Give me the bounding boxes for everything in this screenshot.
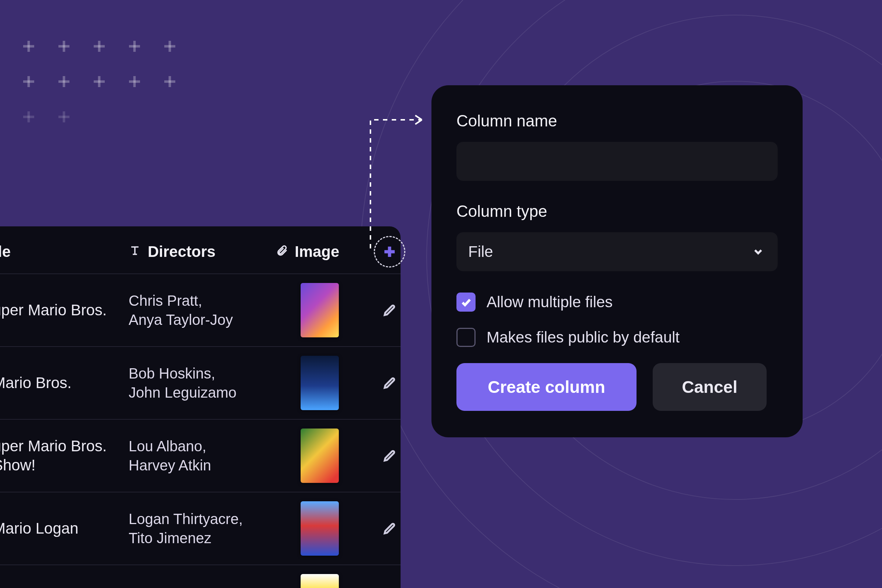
edit-row-button[interactable] bbox=[379, 373, 400, 393]
column-type-label: Column type bbox=[456, 202, 778, 220]
column-header-image[interactable]: Image bbox=[276, 243, 364, 261]
cancel-button[interactable]: Cancel bbox=[652, 363, 766, 411]
table-row: Mario Bros. Bob Hoskins,John Leguizamo bbox=[0, 346, 400, 419]
poster-thumbnail[interactable] bbox=[301, 574, 339, 588]
column-header-directors[interactable]: Directors bbox=[129, 243, 276, 261]
cell-title: Mario Logan bbox=[0, 519, 129, 538]
pencil-icon bbox=[382, 448, 397, 463]
cell-title: uper Mario Bros. bbox=[0, 301, 129, 320]
allow-multiple-checkbox[interactable]: Allow multiple files bbox=[456, 292, 778, 312]
cell-title: Mario Bros. bbox=[0, 374, 129, 393]
checkbox-icon bbox=[456, 328, 476, 347]
column-header-label: tle bbox=[0, 243, 10, 261]
column-header-title[interactable]: tle bbox=[0, 243, 129, 261]
edit-row-button[interactable] bbox=[379, 518, 400, 539]
create-column-button[interactable]: Create column bbox=[456, 363, 636, 411]
cell-directors: Lou Albano,Harvey Atkin bbox=[129, 436, 276, 475]
make-public-checkbox[interactable]: Makes files public by default bbox=[456, 328, 778, 347]
column-type-value: File bbox=[468, 243, 493, 261]
column-name-input[interactable] bbox=[456, 142, 778, 181]
create-column-modal: Column name Column type File Allow multi… bbox=[432, 85, 802, 437]
column-type-select[interactable]: File bbox=[456, 232, 778, 271]
chevron-down-icon bbox=[752, 246, 764, 258]
table-row: uper Mario Bros. Chris Pratt,Anya Taylor… bbox=[0, 273, 400, 346]
edit-row-button[interactable] bbox=[379, 446, 400, 466]
cell-title: uper Mario Bros.Show! bbox=[0, 436, 129, 475]
pencil-icon bbox=[382, 303, 397, 318]
column-header-label: Directors bbox=[148, 243, 215, 261]
text-icon bbox=[129, 243, 141, 261]
column-name-label: Column name bbox=[456, 112, 778, 130]
poster-thumbnail[interactable] bbox=[301, 356, 339, 410]
attachment-icon bbox=[276, 243, 288, 261]
pencil-icon bbox=[382, 376, 397, 390]
plus-icon bbox=[382, 244, 397, 260]
table-row: Mario Logan Logan Thirtyacre,Tito Jimene… bbox=[0, 492, 400, 564]
cell-directors: Bob Hoskins,John Leguizamo bbox=[129, 364, 276, 402]
add-column-button[interactable] bbox=[374, 236, 405, 267]
checkbox-label: Allow multiple files bbox=[487, 293, 613, 311]
checkbox-label: Makes files public by default bbox=[487, 328, 680, 346]
column-header-label: Image bbox=[295, 243, 339, 261]
table-header-row: tle Directors Image bbox=[0, 230, 400, 273]
edit-row-button[interactable] bbox=[379, 300, 400, 321]
cell-directors: Chris Pratt,Anya Taylor-Joy bbox=[129, 291, 276, 329]
table-row: uper Mario Bros.Show! Lou Albano,Harvey … bbox=[0, 419, 400, 492]
poster-thumbnail[interactable] bbox=[301, 501, 339, 556]
data-table: tle Directors Image uper Mario Bros. Chr… bbox=[0, 226, 400, 588]
poster-thumbnail[interactable] bbox=[301, 429, 339, 483]
decorative-plus-grid bbox=[21, 39, 198, 145]
pencil-icon bbox=[382, 521, 397, 536]
checkbox-icon bbox=[456, 292, 476, 312]
poster-thumbnail[interactable] bbox=[301, 283, 339, 338]
cell-directors: Logan Thirtyacre,Tito Jimenez bbox=[129, 509, 276, 548]
table-row: Mario World Walker Boone, bbox=[0, 564, 400, 588]
